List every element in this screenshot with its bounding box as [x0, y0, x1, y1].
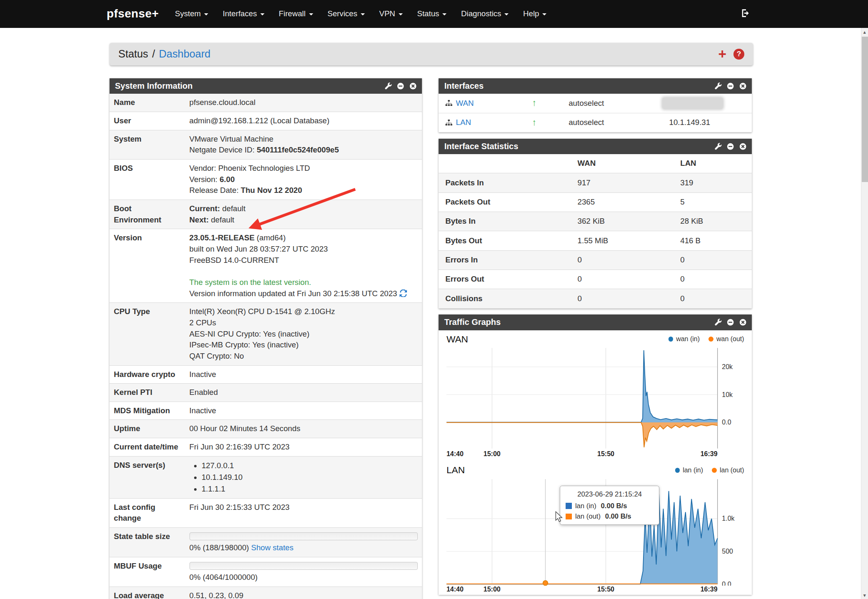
close-icon[interactable] — [739, 143, 746, 150]
panel-title: Interfaces — [444, 81, 484, 91]
legend-label: lan (in) — [683, 467, 703, 474]
nav-item-label: Diagnostics — [461, 9, 501, 18]
scrollbar-down-arrow[interactable]: ▼ — [861, 591, 868, 599]
value-text: Release Date: — [190, 186, 241, 195]
settings-wrench-icon[interactable] — [715, 82, 722, 90]
interface-link-wan[interactable]: WAN — [456, 99, 474, 107]
stats-row-bytes-out: Bytes Out1.55 MiB416 B — [439, 231, 752, 250]
scrollbar-thumb[interactable] — [862, 37, 868, 182]
nav-item-label: Interfaces — [223, 9, 257, 18]
value-text: Thu Nov 12 2020 — [241, 186, 302, 195]
sysinfo-row-current-date-time: Current date/timeFri Jun 30 2:16:39 UTC … — [110, 438, 422, 457]
add-widget-icon[interactable]: + — [718, 47, 726, 61]
interface-media-cell: autoselect — [564, 113, 665, 132]
stats-column-lan: LAN — [680, 154, 752, 173]
value-text: Vendor: Phoenix Technologies LTD — [190, 164, 310, 172]
value-text: Version information updated at Fri Jun 3… — [190, 289, 399, 298]
nav-item-system[interactable]: System — [168, 9, 216, 18]
interface-statistics-table: WANLAN Packets In917319Packets Out23655B… — [439, 154, 752, 309]
logout-icon[interactable] — [741, 9, 750, 20]
sysinfo-row-mds-mitigation: MDS MitigationInactive — [110, 402, 422, 420]
breadcrumb-actions: + ? — [718, 47, 744, 61]
value-text: Intel(R) Xeon(R) CPU D-1541 @ 2.10GHz — [190, 307, 335, 316]
legend-label: wan (out) — [716, 335, 744, 342]
collapse-minus-icon[interactable] — [727, 319, 734, 326]
interface-address: 10.1.149.31 — [669, 118, 711, 127]
nav-item-label: System — [175, 9, 201, 18]
value-text: Fri Jun 30 2:15:33 UTC 2023 — [190, 503, 290, 512]
legend-dot-icon — [708, 337, 713, 342]
chevron-down-icon — [309, 13, 313, 15]
breadcrumb: Status / Dashboard + ? — [110, 43, 753, 66]
stats-row-label: Errors Out — [439, 270, 577, 289]
stats-value: 917 — [578, 173, 681, 192]
progress-bar — [190, 532, 418, 540]
sitemap-icon — [445, 100, 452, 107]
nav-item-vpn[interactable]: VPN — [372, 9, 410, 18]
settings-wrench-icon[interactable] — [715, 143, 722, 150]
value-text: 2 CPUs — [190, 318, 216, 327]
collapse-minus-icon[interactable] — [727, 143, 734, 150]
arrow-up-icon: ↑ — [532, 117, 536, 127]
nav-item-status[interactable]: Status — [410, 9, 454, 18]
row-label: BIOS — [110, 159, 185, 200]
stats-row-packets-in: Packets In917319 — [439, 173, 752, 192]
panel-actions — [385, 82, 417, 90]
x-tick-label: 15:50 — [597, 450, 614, 458]
value-text: QAT Crypto: No — [190, 352, 244, 360]
stats-column-wan: WAN — [578, 154, 681, 173]
wan-graph[interactable]: 20k10k0.0 — [446, 346, 744, 450]
legend-item-wan-in: wan (in) — [668, 335, 700, 343]
legend-dot-icon — [675, 468, 680, 473]
sysinfo-row-uptime: Uptime00 Hour 02 Minutes 14 Seconds — [110, 420, 422, 438]
scrollbar-up-arrow[interactable]: ▲ — [861, 28, 868, 36]
legend-label: wan (in) — [676, 335, 700, 342]
nav-item-interfaces[interactable]: Interfaces — [215, 9, 272, 18]
nav-item-firewall[interactable]: Firewall — [272, 9, 320, 18]
stats-row-errors-in: Errors In00 — [439, 250, 752, 270]
breadcrumb-page-link[interactable]: Dashboard — [159, 48, 211, 60]
series-color-icon — [566, 514, 572, 520]
help-question-icon[interactable]: ? — [733, 49, 744, 59]
refresh-icon[interactable] — [399, 290, 407, 297]
row-value: 0% (188/198000) Show states — [185, 528, 422, 557]
interface-link-lan[interactable]: LAN — [456, 118, 471, 127]
collapse-minus-icon[interactable] — [397, 82, 404, 90]
sysinfo-row-mbuf-usage: MBUF Usage0% (4064/1000000) — [110, 557, 422, 587]
pfsense-logo[interactable]: pfsense+ — [107, 7, 159, 20]
sysinfo-row-load-average: Load average0.51, 0.23, 0.09 — [110, 587, 422, 599]
close-icon[interactable] — [739, 82, 746, 90]
x-tick-label: 16:39 — [701, 450, 718, 458]
collapse-minus-icon[interactable] — [727, 82, 734, 90]
stats-row-errors-out: Errors Out00 — [439, 270, 752, 289]
stats-row-packets-out: Packets Out23655 — [439, 192, 752, 212]
nav-item-help[interactable]: Help — [516, 9, 554, 18]
settings-wrench-icon[interactable] — [715, 319, 722, 326]
nav-item-label: Services — [327, 9, 357, 18]
page-scrollbar[interactable]: ▲ ▼ — [861, 28, 868, 599]
close-icon[interactable] — [409, 82, 417, 90]
row-value: Current: defaultNext: default — [185, 200, 422, 229]
value-text: 00 Hour 02 Minutes 14 Seconds — [190, 424, 301, 433]
left-column: System Information Namepfsense.cloud.loc… — [110, 78, 422, 599]
row-label: Uptime — [110, 420, 185, 438]
lan-graph[interactable]: 1.0k5000.0 2023-06-29 21:15:24 lan (in)0… — [446, 477, 744, 586]
stats-value: 319 — [680, 173, 752, 192]
sysinfo-row-state-table-size: State table size0% (188/198000) Show sta… — [110, 528, 422, 557]
tooltip-series-name: lan (in) — [575, 502, 596, 510]
settings-wrench-icon[interactable] — [385, 82, 392, 90]
stats-corner-cell — [439, 154, 577, 173]
close-icon[interactable] — [739, 319, 746, 326]
x-tick-label: 14:40 — [446, 586, 464, 593]
show-states-link[interactable]: Show states — [251, 543, 294, 552]
tooltip-series-name: lan (out) — [575, 512, 601, 521]
tooltip-date: 2023-06-29 21:15:24 — [566, 490, 653, 499]
chevron-down-icon — [442, 13, 446, 15]
nav-item-services[interactable]: Services — [320, 9, 372, 18]
stats-row-collisions: Collisions00 — [439, 289, 752, 308]
lan-graph-label: LAN — [446, 464, 465, 476]
wan-graph-plot[interactable]: 20k10k0.0 — [446, 346, 746, 450]
sysinfo-row-dns-server-s: DNS server(s)127.0.0.110.1.149.101.1.1.1 — [110, 456, 422, 498]
nav-item-diagnostics[interactable]: Diagnostics — [454, 9, 516, 18]
interface-statistics-panel: Interface Statistics WANLAN Packets In91… — [439, 139, 752, 309]
